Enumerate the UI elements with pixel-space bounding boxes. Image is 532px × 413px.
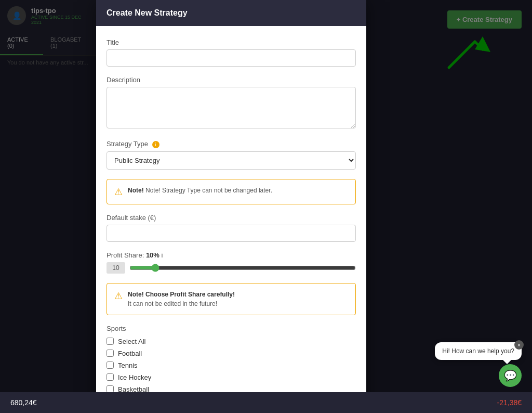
modal: Create New Strategy Title Description St… (96, 0, 366, 413)
default-stake-input[interactable] (107, 225, 356, 242)
profit-share-group: Profit Share: 10% i 10 (107, 251, 356, 274)
bottom-bar: 680,24€ -21,38€ (0, 392, 532, 413)
checkbox-football-input[interactable] (107, 350, 114, 357)
profit-share-slider[interactable] (129, 264, 356, 272)
slider-value-box: 10 (107, 262, 125, 274)
checkbox-ice-hockey-input[interactable] (107, 373, 114, 381)
default-stake-label: Default stake (€) (107, 214, 356, 222)
checkbox-ice-hockey[interactable]: Ice Hockey (107, 373, 356, 381)
checkbox-tennis-input[interactable] (107, 362, 114, 369)
profit-share-value: 10% (146, 251, 159, 259)
checkbox-tennis[interactable]: Tennis (107, 362, 356, 369)
profit-share-note-text: Note! Choose Profit Share carefully! It … (128, 290, 235, 308)
bottom-amount-left: 680,24€ (10, 398, 37, 407)
chat-open-button[interactable]: 💬 (499, 364, 522, 387)
strategy-type-label: Strategy Type i (107, 140, 356, 148)
chat-message: Hi! How can we help you? (442, 347, 514, 355)
title-input[interactable] (107, 49, 356, 67)
default-stake-group: Default stake (€) (107, 214, 356, 242)
strategy-type-note-text: Note! Note! Strategy Type can not be cha… (128, 186, 272, 195)
profit-share-note: ⚠ Note! Choose Profit Share carefully! I… (107, 283, 356, 315)
bottom-amount-right: -21,38€ (497, 398, 522, 407)
sports-label: Sports (107, 325, 356, 332)
checkbox-football[interactable]: Football (107, 350, 356, 357)
slider-container: 10 (107, 262, 356, 274)
strategy-type-select[interactable]: Public Strategy Private Strategy Free St… (107, 151, 356, 170)
profit-share-label: Profit Share: 10% i (107, 251, 356, 259)
description-group: Description (107, 76, 356, 131)
strategy-type-info-icon: i (152, 141, 159, 148)
modal-title: Create New Strategy (107, 8, 188, 17)
profit-share-warning-icon: ⚠ (114, 290, 123, 302)
chat-bubble: Hi! How can we help you? × (435, 342, 522, 360)
modal-body: Title Description Strategy Type i Public… (96, 26, 366, 413)
checkbox-basketball-input[interactable] (107, 385, 114, 393)
strategy-type-note: ⚠ Note! Note! Strategy Type can not be c… (107, 179, 356, 204)
description-label: Description (107, 76, 356, 84)
strategy-type-warning-icon: ⚠ (114, 186, 123, 198)
checkbox-select-all-input[interactable] (107, 338, 114, 345)
title-label: Title (107, 38, 356, 46)
title-group: Title (107, 38, 356, 67)
chat-close-icon[interactable]: × (514, 340, 524, 350)
profit-share-info-icon: i (162, 251, 163, 259)
chat-widget: Hi! How can we help you? × 💬 (435, 342, 522, 387)
checkbox-select-all[interactable]: Select All (107, 338, 356, 345)
modal-header: Create New Strategy (96, 0, 366, 26)
strategy-type-group: Strategy Type i Public Strategy Private … (107, 140, 356, 170)
description-input[interactable] (107, 87, 356, 128)
